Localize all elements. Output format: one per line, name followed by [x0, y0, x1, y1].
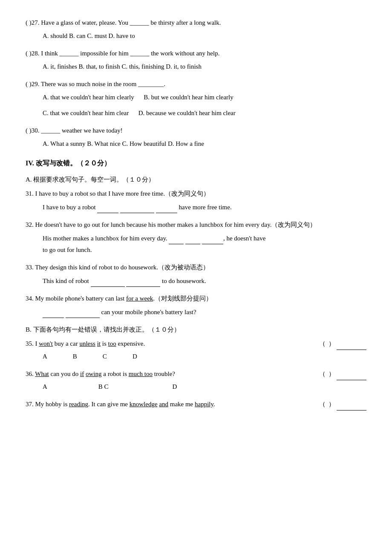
q30-text: ( )30. ______ weather we have today!	[26, 125, 366, 136]
q35-it: it	[97, 340, 101, 347]
q37-happily: happily	[195, 401, 213, 408]
q32-answer-line2: to go out for lunch.	[43, 244, 366, 256]
q28-text: ( )28. I think ______ impossible for him…	[26, 48, 366, 59]
q35-letters: A B C D	[43, 351, 366, 362]
q35-B: B	[73, 351, 77, 362]
question-35: 35. I won't buy a car unless it is too e…	[26, 338, 366, 362]
section4-header-text: IV. 改写与改错。（２０分）	[26, 159, 111, 167]
q31-body: I have to buy a robot so that I have mor…	[35, 190, 210, 197]
q29-optionD: D. because we couldn't hear him clear	[138, 110, 236, 116]
q37-knowledge: knowledge	[130, 401, 158, 408]
q36-answer-blank	[337, 368, 366, 380]
q35-answer-blank	[337, 338, 366, 350]
q32-blank2	[185, 232, 200, 244]
q33-blank2	[126, 275, 160, 287]
q34-answer: can your mobile phone's battery last?	[43, 306, 366, 318]
question-27: ( )27. Have a glass of water, please. Yo…	[26, 17, 366, 42]
q31-number: 31.	[26, 190, 34, 197]
q28-option-text: A. it, finishes B. that, to finish C. th…	[43, 63, 202, 70]
q36-number: 36.	[26, 370, 34, 377]
q37-answer-blank	[337, 399, 366, 410]
subA-header: A. 根据要求改写句子。每空一词。（１０分）	[26, 174, 366, 185]
q37-and: and	[159, 401, 168, 408]
q36-what: What	[35, 370, 49, 377]
question-37: 37. My hobby is reading. It can give me …	[26, 399, 366, 410]
q30-body: ______ weather we have today!	[41, 127, 123, 134]
q36-right: （ ）	[319, 368, 367, 380]
q32-number: 32.	[26, 221, 34, 228]
q27-option-text: A. should B. can C. must D. have to	[43, 32, 135, 39]
q33-text: 33. They design this kind of robot to do…	[26, 262, 366, 273]
q34-text: 34. My mobile phone's battery can last f…	[26, 293, 366, 304]
q35-D: D	[133, 351, 137, 362]
question-31: 31. I have to buy a robot so that I have…	[26, 188, 366, 213]
q29-options-cd: C. that we couldn't hear him clear D. be…	[43, 107, 366, 119]
q34-number: 34.	[26, 295, 34, 302]
subB-text: B. 下面各句均有一处错误，请找出并改正。（１０分）	[26, 326, 180, 333]
q34-blank1	[43, 306, 64, 318]
q36-letters: A B C D	[43, 381, 366, 393]
page-content: ( )27. Have a glass of water, please. Yo…	[26, 17, 366, 410]
q37-number: 37.	[26, 401, 34, 408]
q36-text: 36. What can you do if owing a robot is …	[26, 368, 175, 380]
q29-number: ( )29.	[26, 81, 40, 87]
q28-options: A. it, finishes B. that, to finish C. th…	[43, 61, 366, 72]
q36-much-too: much too	[129, 370, 153, 377]
question-29: ( )29. There was so much noise in the ro…	[26, 78, 366, 119]
q27-body: Have a glass of water, please. You _____…	[41, 19, 221, 26]
question-36: 36. What can you do if owing a robot is …	[26, 368, 366, 393]
q30-option-text: A. What a sunny B. What nice C. How beau…	[43, 140, 204, 147]
q29-options-ab: A. that we couldn't hear him clearly B. …	[43, 92, 366, 103]
q37-text: 37. My hobby is reading. It can give me …	[26, 399, 215, 410]
subA-text: A. 根据要求改写句子。每空一词。（１０分）	[26, 176, 155, 183]
q32-text: 32. He doesn't have to go out for lunch …	[26, 219, 366, 231]
q29-optionA: A. that we couldn't hear him clearly	[43, 94, 134, 101]
question-32: 32. He doesn't have to go out for lunch …	[26, 219, 366, 256]
question-28: ( )28. I think ______ impossible for him…	[26, 48, 366, 72]
q28-number: ( )28.	[26, 50, 40, 57]
q32-blank3	[202, 232, 223, 244]
q31-text: 31. I have to buy a robot so that I have…	[26, 188, 366, 199]
q31-blank2	[120, 201, 154, 213]
q36-A: A	[43, 381, 47, 393]
q35-won-t: won't	[39, 340, 53, 347]
q31-answer: I have to buy a robot have more free tim…	[43, 201, 366, 213]
q31-blank3	[156, 201, 177, 213]
q35-number: 35.	[26, 340, 34, 347]
subB-header: B. 下面各句均有一处错误，请找出并改正。（１０分）	[26, 324, 366, 335]
q28-body: I think ______ impossible for him ______…	[41, 50, 219, 57]
section4-header: IV. 改写与改错。（２０分）	[26, 157, 366, 170]
q27-options: A. should B. can C. must D. have to	[43, 30, 366, 42]
q34-underlined: for a week	[126, 295, 153, 302]
q35-unless: unless	[79, 340, 95, 347]
q33-number: 33.	[26, 264, 34, 271]
q36-line: 36. What can you do if owing a robot is …	[26, 368, 366, 380]
q30-number: ( )30.	[26, 127, 40, 134]
question-34: 34. My mobile phone's battery can last f…	[26, 293, 366, 318]
q33-blank1	[91, 275, 125, 287]
q36-BC: B C	[98, 381, 109, 393]
q35-text: 35. I won't buy a car unless it is too e…	[26, 338, 145, 350]
q35-too: too	[108, 340, 116, 347]
q36-D: D	[173, 381, 177, 393]
q32-answer-line1: His mother makes a lunchbox for him ever…	[43, 232, 366, 244]
q33-answer: This kind of robot to do housework.	[43, 275, 366, 287]
q35-C: C	[103, 351, 107, 362]
q27-text: ( )27. Have a glass of water, please. Yo…	[26, 17, 366, 29]
q37-line: 37. My hobby is reading. It can give me …	[26, 399, 366, 410]
q35-A: A	[43, 351, 47, 362]
question-30: ( )30. ______ weather we have today! A. …	[26, 125, 366, 150]
q34-blank2	[66, 306, 100, 318]
q36-owing: owing	[86, 370, 102, 377]
q32-blank1	[169, 232, 184, 244]
q37-reading: reading	[69, 401, 88, 408]
q36-if: if	[80, 370, 84, 377]
q27-number: ( )27.	[26, 19, 40, 26]
question-33: 33. They design this kind of robot to do…	[26, 262, 366, 287]
q29-body: There was so much noise in the room ____…	[41, 81, 165, 87]
q29-optionB: B. but we couldn't hear him clearly	[144, 94, 233, 101]
q35-line: 35. I won't buy a car unless it is too e…	[26, 338, 366, 350]
q31-blank1	[97, 201, 118, 213]
q29-text: ( )29. There was so much noise in the ro…	[26, 78, 366, 90]
q35-right: （ ）	[319, 338, 367, 350]
